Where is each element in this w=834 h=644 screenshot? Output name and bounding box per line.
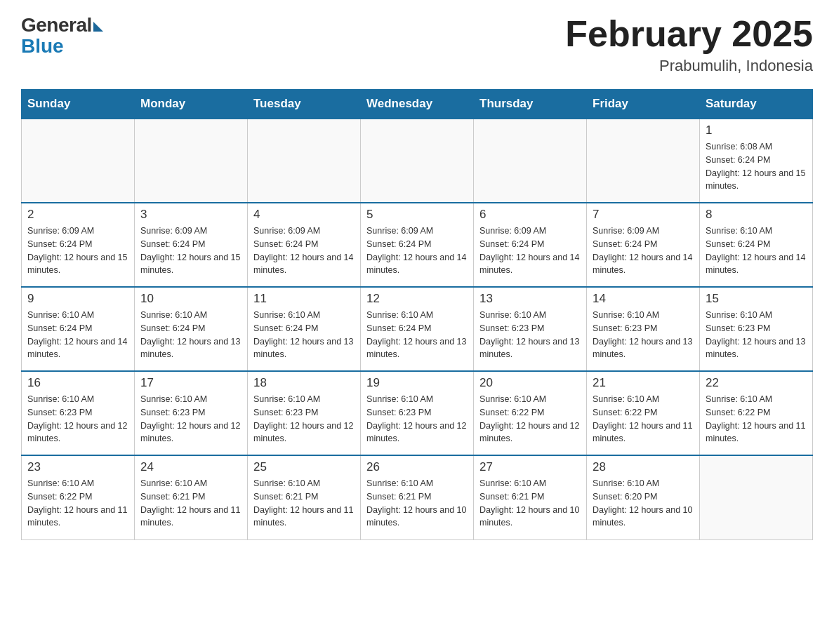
day-number: 18 [253, 376, 355, 390]
location-text: Prabumulih, Indonesia [565, 57, 813, 75]
day-number: 24 [140, 460, 241, 474]
calendar-cell [248, 119, 361, 203]
calendar-cell: 8Sunrise: 6:10 AM Sunset: 6:24 PM Daylig… [700, 203, 813, 287]
calendar-cell [361, 119, 474, 203]
calendar-cell: 7Sunrise: 6:09 AM Sunset: 6:24 PM Daylig… [587, 203, 700, 287]
day-info: Sunrise: 6:10 AM Sunset: 6:24 PM Dayligh… [27, 309, 128, 361]
day-info: Sunrise: 6:09 AM Sunset: 6:24 PM Dayligh… [27, 224, 128, 277]
month-title: February 2025 [565, 14, 813, 54]
logo-arrow-icon [93, 22, 103, 32]
day-info: Sunrise: 6:09 AM Sunset: 6:24 PM Dayligh… [479, 224, 581, 277]
calendar-cell: 2Sunrise: 6:09 AM Sunset: 6:24 PM Daylig… [22, 203, 135, 287]
day-info: Sunrise: 6:10 AM Sunset: 6:24 PM Dayligh… [140, 309, 241, 361]
calendar-cell: 10Sunrise: 6:10 AM Sunset: 6:24 PM Dayli… [135, 287, 248, 371]
weekday-header-friday: Friday [587, 90, 700, 119]
calendar-cell: 26Sunrise: 6:10 AM Sunset: 6:21 PM Dayli… [361, 455, 474, 539]
day-number: 8 [706, 208, 807, 222]
day-number: 4 [253, 208, 355, 222]
day-info: Sunrise: 6:10 AM Sunset: 6:23 PM Dayligh… [593, 309, 694, 361]
calendar-header-row: SundayMondayTuesdayWednesdayThursdayFrid… [22, 90, 813, 119]
calendar-cell: 25Sunrise: 6:10 AM Sunset: 6:21 PM Dayli… [248, 455, 361, 539]
day-info: Sunrise: 6:09 AM Sunset: 6:24 PM Dayligh… [253, 224, 355, 277]
weekday-header-sunday: Sunday [22, 90, 135, 119]
calendar-week-row: 2Sunrise: 6:09 AM Sunset: 6:24 PM Daylig… [22, 203, 813, 287]
day-number: 5 [366, 208, 468, 222]
day-number: 22 [706, 376, 807, 390]
day-info: Sunrise: 6:10 AM Sunset: 6:24 PM Dayligh… [253, 309, 355, 361]
day-info: Sunrise: 6:10 AM Sunset: 6:21 PM Dayligh… [479, 477, 581, 530]
calendar-cell: 15Sunrise: 6:10 AM Sunset: 6:23 PM Dayli… [700, 287, 813, 371]
day-number: 3 [140, 208, 241, 222]
day-info: Sunrise: 6:08 AM Sunset: 6:24 PM Dayligh… [706, 140, 807, 193]
day-number: 23 [27, 460, 128, 474]
day-info: Sunrise: 6:10 AM Sunset: 6:24 PM Dayligh… [706, 224, 807, 277]
weekday-header-thursday: Thursday [474, 90, 587, 119]
day-number: 25 [253, 460, 355, 474]
calendar-cell: 16Sunrise: 6:10 AM Sunset: 6:23 PM Dayli… [22, 371, 135, 455]
day-number: 9 [27, 292, 128, 306]
day-info: Sunrise: 6:10 AM Sunset: 6:22 PM Dayligh… [27, 477, 128, 530]
day-info: Sunrise: 6:10 AM Sunset: 6:21 PM Dayligh… [140, 477, 241, 530]
day-number: 7 [593, 208, 694, 222]
calendar-cell: 12Sunrise: 6:10 AM Sunset: 6:24 PM Dayli… [361, 287, 474, 371]
day-info: Sunrise: 6:10 AM Sunset: 6:22 PM Dayligh… [706, 393, 807, 445]
day-number: 15 [706, 292, 807, 306]
calendar-cell: 1Sunrise: 6:08 AM Sunset: 6:24 PM Daylig… [700, 119, 813, 203]
day-number: 13 [479, 292, 581, 306]
day-number: 20 [479, 376, 581, 390]
page-header: General Blue February 2025 Prabumulih, I… [21, 14, 813, 75]
calendar-cell [587, 119, 700, 203]
calendar-cell [22, 119, 135, 203]
day-number: 11 [253, 292, 355, 306]
calendar-cell [474, 119, 587, 203]
day-info: Sunrise: 6:10 AM Sunset: 6:23 PM Dayligh… [366, 393, 468, 445]
weekday-header-tuesday: Tuesday [248, 90, 361, 119]
day-info: Sunrise: 6:10 AM Sunset: 6:22 PM Dayligh… [593, 393, 694, 445]
day-info: Sunrise: 6:09 AM Sunset: 6:24 PM Dayligh… [366, 224, 468, 277]
day-number: 12 [366, 292, 468, 306]
day-info: Sunrise: 6:10 AM Sunset: 6:21 PM Dayligh… [366, 477, 468, 530]
day-number: 16 [27, 376, 128, 390]
day-number: 10 [140, 292, 241, 306]
day-number: 6 [479, 208, 581, 222]
weekday-header-monday: Monday [135, 90, 248, 119]
day-info: Sunrise: 6:10 AM Sunset: 6:23 PM Dayligh… [253, 393, 355, 445]
calendar-cell [135, 119, 248, 203]
calendar-cell: 20Sunrise: 6:10 AM Sunset: 6:22 PM Dayli… [474, 371, 587, 455]
day-number: 27 [479, 460, 581, 474]
day-info: Sunrise: 6:10 AM Sunset: 6:22 PM Dayligh… [479, 393, 581, 445]
day-info: Sunrise: 6:10 AM Sunset: 6:23 PM Dayligh… [140, 393, 241, 445]
day-info: Sunrise: 6:10 AM Sunset: 6:23 PM Dayligh… [706, 309, 807, 361]
calendar-cell: 17Sunrise: 6:10 AM Sunset: 6:23 PM Dayli… [135, 371, 248, 455]
day-number: 2 [27, 208, 128, 222]
day-number: 1 [706, 123, 807, 137]
calendar-cell: 24Sunrise: 6:10 AM Sunset: 6:21 PM Dayli… [135, 455, 248, 539]
day-info: Sunrise: 6:09 AM Sunset: 6:24 PM Dayligh… [593, 224, 694, 277]
day-number: 21 [593, 376, 694, 390]
calendar-cell: 6Sunrise: 6:09 AM Sunset: 6:24 PM Daylig… [474, 203, 587, 287]
calendar-cell: 11Sunrise: 6:10 AM Sunset: 6:24 PM Dayli… [248, 287, 361, 371]
calendar-cell: 18Sunrise: 6:10 AM Sunset: 6:23 PM Dayli… [248, 371, 361, 455]
day-info: Sunrise: 6:10 AM Sunset: 6:23 PM Dayligh… [479, 309, 581, 361]
day-number: 19 [366, 376, 468, 390]
calendar-week-row: 9Sunrise: 6:10 AM Sunset: 6:24 PM Daylig… [22, 287, 813, 371]
calendar-cell: 22Sunrise: 6:10 AM Sunset: 6:22 PM Dayli… [700, 371, 813, 455]
day-number: 26 [366, 460, 468, 474]
calendar-table: SundayMondayTuesdayWednesdayThursdayFrid… [21, 89, 813, 540]
day-info: Sunrise: 6:10 AM Sunset: 6:24 PM Dayligh… [366, 309, 468, 361]
calendar-cell [700, 455, 813, 539]
day-number: 17 [140, 376, 241, 390]
calendar-cell: 23Sunrise: 6:10 AM Sunset: 6:22 PM Dayli… [22, 455, 135, 539]
day-info: Sunrise: 6:09 AM Sunset: 6:24 PM Dayligh… [140, 224, 241, 277]
day-info: Sunrise: 6:10 AM Sunset: 6:20 PM Dayligh… [593, 477, 694, 530]
calendar-cell: 14Sunrise: 6:10 AM Sunset: 6:23 PM Dayli… [587, 287, 700, 371]
calendar-week-row: 23Sunrise: 6:10 AM Sunset: 6:22 PM Dayli… [22, 455, 813, 539]
logo: General Blue [21, 14, 103, 58]
calendar-cell: 19Sunrise: 6:10 AM Sunset: 6:23 PM Dayli… [361, 371, 474, 455]
logo-blue-text: Blue [21, 35, 64, 58]
calendar-cell: 21Sunrise: 6:10 AM Sunset: 6:22 PM Dayli… [587, 371, 700, 455]
weekday-header-wednesday: Wednesday [361, 90, 474, 119]
calendar-week-row: 1Sunrise: 6:08 AM Sunset: 6:24 PM Daylig… [22, 119, 813, 203]
day-info: Sunrise: 6:10 AM Sunset: 6:23 PM Dayligh… [27, 393, 128, 445]
day-number: 28 [593, 460, 694, 474]
